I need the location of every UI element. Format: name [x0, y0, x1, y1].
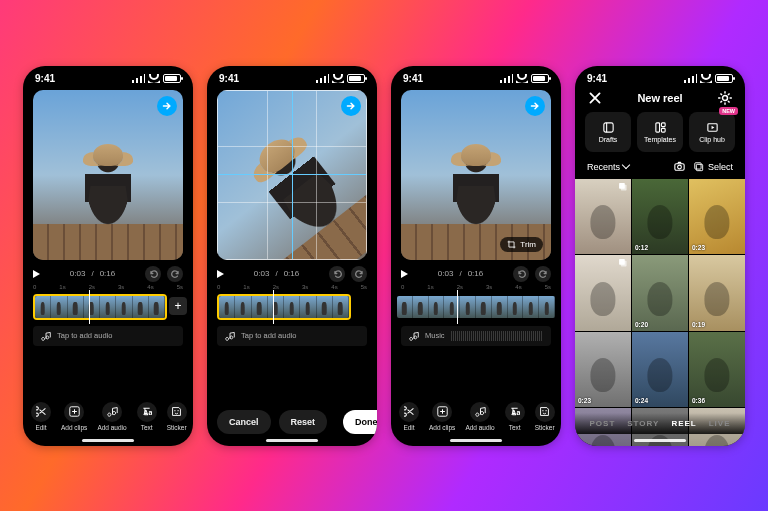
playhead[interactable]: [273, 290, 274, 324]
media-cell[interactable]: [575, 179, 631, 255]
battery-icon: [163, 74, 181, 83]
tool-sticker[interactable]: Sticker: [163, 399, 191, 434]
undo-button[interactable]: [145, 266, 161, 282]
video-preview[interactable]: [33, 90, 183, 260]
card-cliphub[interactable]: NEWClip hub: [689, 112, 735, 152]
stack-icon: [618, 258, 628, 268]
mode-story[interactable]: STORY: [627, 419, 659, 428]
trim-chip[interactable]: Trim: [500, 237, 543, 252]
clip-selection[interactable]: [33, 294, 167, 320]
timeline-ruler: 01s2s3s4s5s: [23, 284, 193, 290]
tool-addclips[interactable]: Add clips: [57, 399, 91, 434]
mode-reel[interactable]: REEL: [671, 419, 696, 428]
album-header: Recents Select: [575, 152, 745, 179]
media-cell[interactable]: 0:12: [632, 179, 688, 255]
tool-label: Add audio: [465, 424, 494, 431]
capture-modes: POSTSTORYREELLIVE: [575, 413, 745, 434]
battery-icon: [715, 74, 733, 83]
next-button[interactable]: [525, 96, 545, 116]
card-label: Clip hub: [699, 136, 725, 143]
audio-track-music[interactable]: Music: [401, 326, 551, 346]
media-cell[interactable]: 0:24: [632, 332, 688, 408]
phone-new-reel: 9:41 New reel DraftsTemplatesNEWClip hub…: [575, 66, 745, 446]
album-picker[interactable]: Recents: [587, 162, 629, 172]
undo-button[interactable]: [329, 266, 345, 282]
add-clip-button[interactable]: +: [169, 297, 187, 315]
redo-button[interactable]: [535, 266, 551, 282]
mode-post[interactable]: POST: [589, 419, 615, 428]
sticker-icon: [535, 402, 555, 422]
card-drafts[interactable]: Drafts: [585, 112, 631, 152]
trim-label: Trim: [520, 240, 536, 249]
wifi-icon: [516, 74, 528, 83]
tool-sticker[interactable]: Sticker: [531, 399, 559, 434]
trim-action-row: Cancel Reset Done: [207, 410, 377, 434]
tool-edit[interactable]: Edit: [395, 399, 423, 434]
timeline-controls: 0:03 / 0:16: [23, 260, 193, 284]
tool-addaudio[interactable]: Add audio: [93, 399, 130, 434]
play-button[interactable]: [217, 270, 224, 278]
video-preview[interactable]: Trim: [401, 90, 551, 260]
close-button[interactable]: [587, 90, 603, 106]
new-badge: NEW: [719, 107, 738, 115]
wifi-icon: [332, 74, 344, 83]
playhead[interactable]: [89, 290, 90, 324]
plus-box-icon: [432, 402, 452, 422]
media-duration: 0:23: [692, 244, 705, 251]
tool-label: Sticker: [535, 424, 555, 431]
card-templates[interactable]: Templates: [637, 112, 683, 152]
multiselect-button[interactable]: Select: [694, 162, 733, 173]
video-preview-crop[interactable]: [217, 90, 367, 260]
tool-addclips[interactable]: Add clips: [425, 399, 459, 434]
reset-button[interactable]: Reset: [279, 410, 328, 434]
media-duration: 0:36: [692, 397, 705, 404]
phone-editor-1: 9:41 0:03 / 0:16 01s2s3s4s5s + Tap to ad…: [23, 66, 193, 446]
redo-button[interactable]: [351, 266, 367, 282]
media-cell[interactable]: 0:23: [689, 179, 745, 255]
audio-track[interactable]: Tap to add audio: [33, 326, 183, 346]
tool-label: Add audio: [97, 424, 126, 431]
wifi-icon: [700, 74, 712, 83]
tool-text[interactable]: Text: [501, 399, 529, 434]
next-button[interactable]: [157, 96, 177, 116]
cancel-button[interactable]: Cancel: [217, 410, 271, 434]
tool-addaudio[interactable]: Add audio: [461, 399, 498, 434]
audio-track[interactable]: Tap to add audio: [217, 326, 367, 346]
home-indicator: [82, 439, 134, 442]
audio-prompt: Tap to add audio: [57, 331, 112, 340]
tool-edit[interactable]: Edit: [27, 399, 55, 434]
done-button[interactable]: Done: [343, 410, 377, 434]
media-cell[interactable]: 0:36: [689, 332, 745, 408]
card-label: Drafts: [599, 136, 618, 143]
clip-strip[interactable]: +: [23, 292, 193, 322]
undo-button[interactable]: [513, 266, 529, 282]
redo-button[interactable]: [167, 266, 183, 282]
next-button[interactable]: [341, 96, 361, 116]
open-camera-button[interactable]: [673, 160, 686, 175]
clip-strip[interactable]: [391, 292, 561, 322]
play-button[interactable]: [33, 270, 40, 278]
chevron-down-icon: [622, 161, 630, 169]
timeline-controls: 0:03 / 0:16: [207, 260, 377, 284]
settings-button[interactable]: [717, 90, 733, 106]
audio-label: Music: [425, 331, 445, 340]
clip-thumbs[interactable]: [395, 294, 557, 320]
play-button[interactable]: [401, 270, 408, 278]
time-elapsed: 0:03: [70, 269, 86, 278]
playhead[interactable]: [457, 290, 458, 324]
music-icon: [470, 402, 490, 422]
page-title: New reel: [637, 92, 682, 104]
media-cell[interactable]: 0:19: [689, 255, 745, 331]
wifi-icon: [148, 74, 160, 83]
media-cell[interactable]: 0:20: [632, 255, 688, 331]
cliphub-icon: [706, 121, 719, 134]
media-cell[interactable]: [575, 255, 631, 331]
media-cell[interactable]: 0:23: [575, 332, 631, 408]
clip-selection[interactable]: [217, 294, 351, 320]
mode-live[interactable]: LIVE: [709, 419, 731, 428]
music-icon: [102, 402, 122, 422]
tool-text[interactable]: Text: [133, 399, 161, 434]
status-bar: 9:41: [575, 66, 745, 88]
scissors-icon: [399, 402, 419, 422]
clip-strip[interactable]: [207, 292, 377, 322]
